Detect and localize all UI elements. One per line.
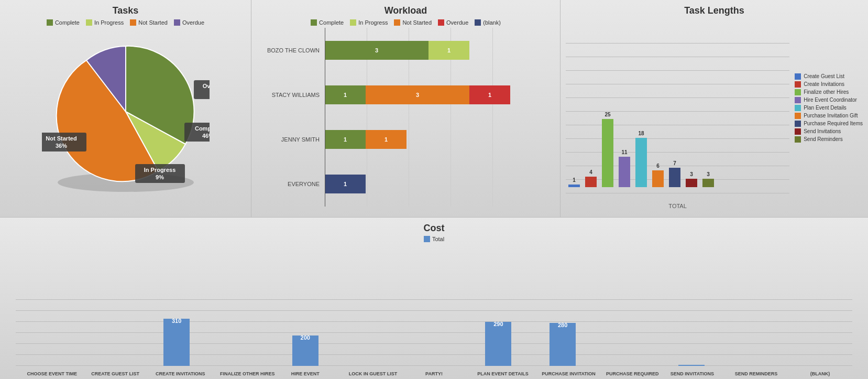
legend-complete-box — [47, 19, 53, 26]
tl-legend-plan-event-label: Plan Event Details — [804, 105, 847, 111]
workload-row-jenny: JENNY SMITH 1 1 — [257, 128, 555, 151]
legend-notstarted-box — [130, 19, 136, 26]
tl-legend-send-reminders-box — [795, 136, 801, 143]
legend-inprogress: In Progress — [86, 19, 124, 26]
tl-bar-guest-list-fill: 1 — [568, 185, 580, 187]
tl-bar-plan-event-value: 18 — [635, 131, 647, 136]
tl-bar-invitations: 4 — [585, 177, 597, 187]
tl-legend-create-guest-list: Create Guest List — [795, 73, 863, 80]
cost-xlabel-create-invitations: CREATE INVITATIONS — [156, 371, 197, 376]
tl-bar-hire-coordinator-fill: 11 — [619, 157, 630, 187]
legend-complete-label: Complete — [55, 19, 80, 26]
tl-bar-send-invitations-fill: 3 — [686, 179, 697, 187]
wl-legend-blank: (blank) — [475, 19, 501, 26]
cost-bar-col-hire-event: 200 HIRE EVENT — [273, 335, 337, 366]
stacy-overdue-bar: 1 — [469, 85, 510, 104]
cost-bar-col-purchase-invitation: 280 PURCHASE INVITATION — [531, 323, 595, 366]
pie-svg: Overdue 9% Complete 46% Not Started 36% … — [42, 30, 210, 193]
workload-chart-container: BOZO THE CLOWN 3 1 STACY WILLIAMS 1 3 1 — [251, 28, 560, 217]
legend-overdue-box — [174, 19, 180, 26]
wl-legend-notstarted-box — [394, 19, 400, 26]
cost-bar-value-create-invitations: 310 — [163, 318, 190, 324]
tl-bar-purchase-invitation-fill: 6 — [652, 170, 664, 187]
legend-overdue: Overdue — [174, 19, 204, 26]
legend-notstarted-label: Not Started — [138, 19, 168, 26]
workload-gridline-4 — [492, 28, 493, 207]
task-lengths-bars-area: 1 4 25 — [566, 19, 789, 212]
tl-legend-send-invitations: Send Invitations — [795, 128, 863, 135]
cost-xlabel-hire-event: HIRE EVENT — [284, 371, 326, 376]
cost-gridline-2 — [16, 343, 852, 344]
cost-gridline-4 — [16, 321, 852, 322]
tl-bar-send-invitations: 3 — [686, 179, 697, 187]
workload-label-jenny: JENNY SMITH — [257, 136, 320, 143]
tl-legend-finalize-hires-box — [795, 89, 801, 95]
tl-legend-send-reminders: Send Reminders — [795, 136, 863, 143]
cost-xlabel-finalize-hires: FINALIZE OTHER HIRES — [220, 371, 262, 376]
cost-legend-total-box — [424, 236, 430, 242]
cost-xlabel-blank: (BLANK) — [799, 371, 841, 376]
workload-axis — [325, 28, 325, 207]
tasks-panel: Tasks Complete In Progress Not Started O… — [0, 0, 251, 217]
dashboard: Tasks Complete In Progress Not Started O… — [0, 0, 868, 379]
wl-legend-inprogress: In Progress — [350, 19, 388, 26]
svg-text:36%: 36% — [55, 143, 67, 149]
cost-gridline-3 — [16, 332, 852, 333]
tl-legend-plan-event-box — [795, 105, 801, 111]
cost-bar-purchase-invitation: 280 — [550, 323, 576, 366]
stacy-complete-bar: 1 — [325, 85, 366, 104]
legend-notstarted: Not Started — [130, 19, 168, 26]
svg-text:Complete: Complete — [194, 125, 209, 132]
tl-legend-finalize-hires: Finalize other Hires — [795, 89, 863, 95]
workload-panel: Workload Complete In Progress Not Starte… — [251, 0, 561, 217]
tl-bar-guest-list-value: 1 — [568, 177, 580, 183]
cost-gridline-6 — [16, 299, 852, 300]
tl-legend-purchase-invitation: Purchase Invitation Gift — [795, 113, 863, 119]
cost-xlabel-send-reminders: SEND REMINDERS — [735, 371, 777, 376]
tl-legend-purchase-invitation-label: Purchase Invitation Gift — [804, 113, 858, 118]
tl-legend-send-invitations-box — [795, 128, 801, 135]
tl-legend-purchase-required-label: Purchase Required Items — [804, 121, 863, 126]
wl-legend-inprogress-box — [350, 19, 356, 26]
workload-bars-everyone: 1 — [325, 175, 366, 193]
tl-x-axis-label: TOTAL — [566, 203, 789, 212]
tl-bar-invitations-fill: 4 — [585, 177, 597, 187]
cost-xlabel-choose-event-time: CHOOSE EVENT TIME — [27, 371, 69, 376]
cost-xlabel-party: PARTY! — [413, 371, 455, 376]
cost-bar-value-plan-event: 290 — [485, 321, 511, 327]
legend-inprogress-box — [86, 19, 92, 26]
cost-gridline-5 — [16, 310, 852, 311]
tl-bar-finalize-hires-fill: 25 — [602, 119, 613, 187]
cost-bar-plan-event: 290 — [485, 322, 511, 366]
tl-bar-purchase-required-fill: 7 — [669, 168, 680, 187]
wl-legend-blank-label: (blank) — [483, 19, 501, 26]
cost-xlabel-create-guest-list: CREATE GUEST LIST — [91, 371, 133, 376]
cost-bar-hire-event: 200 — [292, 335, 318, 366]
legend-overdue-label: Overdue — [182, 19, 204, 26]
svg-text:Not Started: Not Started — [46, 135, 76, 142]
tl-bar-plan-event: 18 — [635, 138, 647, 187]
task-lengths-chart-container: 1 4 25 — [561, 19, 868, 217]
wl-legend-inprogress-label: In Progress — [358, 19, 388, 26]
cost-xlabel-send-invitations: SEND INVITATIONS — [671, 371, 712, 376]
cost-xlabel-lock-guest-list: LOCK IN GUEST LIST — [349, 371, 391, 376]
tl-bar-guest-list: 1 — [568, 185, 580, 187]
svg-text:In Progress: In Progress — [144, 167, 175, 173]
tl-bar-hire-coordinator: 11 — [619, 157, 630, 187]
tl-legend-create-guest-list-label: Create Guest List — [804, 73, 844, 79]
workload-label-bozo: BOZO THE CLOWN — [257, 47, 320, 53]
wl-legend-overdue-label: Overdue — [446, 19, 468, 26]
tl-legend-create-guest-list-box — [795, 73, 801, 80]
wl-legend-complete-box — [311, 19, 317, 26]
tl-bar-send-reminders-fill: 3 — [702, 179, 714, 187]
tl-legend-create-invitations: Create Invitations — [795, 81, 863, 88]
workload-label-stacy: STACY WILLIAMS — [257, 92, 320, 98]
cost-bar-col-create-invitations: 310 CREATE INVITATIONS — [145, 319, 209, 366]
cost-panel: Cost Total CHOOSE EVENT TIME — [0, 218, 868, 379]
tasks-title: Tasks — [113, 5, 139, 16]
tl-bar-finalize-hires: 25 — [602, 119, 613, 187]
workload-bars-stacy: 1 3 1 — [325, 85, 510, 104]
cost-legend-total: Total — [424, 236, 444, 242]
cost-bars-container: CHOOSE EVENT TIME CREATE GUEST LIST 310 … — [16, 245, 852, 379]
tl-bar-plan-event-fill: 18 — [635, 138, 647, 187]
